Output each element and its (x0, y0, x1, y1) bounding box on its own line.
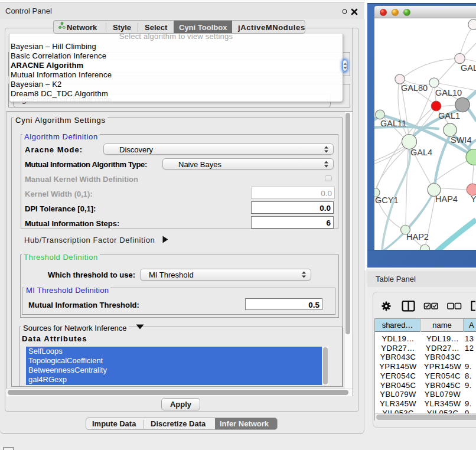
svg-text:HAP2: HAP2 (406, 232, 429, 242)
svg-text:GAL4: GAL4 (410, 148, 432, 157)
svg-text:GCY1: GCY1 (375, 195, 399, 205)
svg-text:HAP4: HAP4 (435, 194, 458, 204)
svg-text:GAL1: GAL1 (438, 111, 460, 120)
svg-text:Y: Y (471, 194, 476, 204)
svg-text:GALS: GALS (461, 63, 476, 73)
svg-text:GAL11: GAL11 (380, 119, 406, 128)
svg-text:GAL10: GAL10 (435, 88, 462, 97)
svg-text:SWI4: SWI4 (451, 135, 471, 145)
svg-text:GAL80: GAL80 (401, 83, 428, 93)
